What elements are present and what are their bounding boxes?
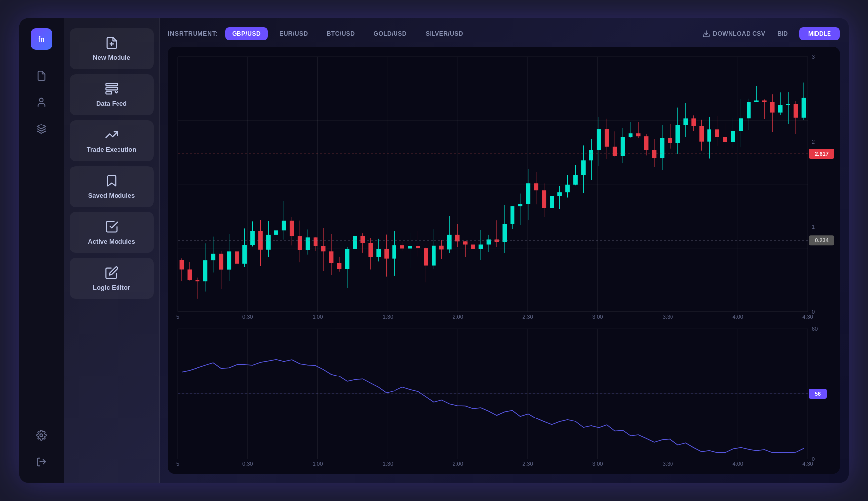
new-module-label: New Module <box>93 54 130 61</box>
toolbar: INSRTRUMENT: GBP/USD EUR/USD BTC/USD GOL… <box>168 27 840 40</box>
menu-item-logic-editor[interactable]: Logic Editor <box>70 258 154 299</box>
chart-container <box>168 47 840 474</box>
bid-button[interactable]: BID <box>770 27 794 40</box>
svg-rect-7 <box>106 88 117 90</box>
menu-item-data-feed[interactable]: Data Feed <box>70 74 154 115</box>
download-icon <box>702 30 710 38</box>
active-modules-label: Active Modules <box>88 238 135 245</box>
instrument-eur-usd[interactable]: EUR/USD <box>273 27 315 40</box>
sidebar-item-logout[interactable] <box>31 451 52 473</box>
menu-item-saved-modules[interactable]: Saved Modules <box>70 166 154 207</box>
instrument-silver-usd[interactable]: SILVER/USD <box>419 27 470 40</box>
trade-execution-icon <box>105 128 118 142</box>
middle-button[interactable]: MIDDLE <box>799 27 840 40</box>
download-csv-label: DOWNLOAD CSV <box>713 30 765 37</box>
data-feed-icon <box>105 82 118 96</box>
svg-rect-6 <box>106 84 117 86</box>
trade-execution-label: Trade Execution <box>87 146 136 153</box>
instrument-gold-usd[interactable]: GOLD/USD <box>367 27 414 40</box>
sidebar-item-layers[interactable] <box>31 118 52 140</box>
main-content: INSRTRUMENT: GBP/USD EUR/USD BTC/USD GOL… <box>160 18 849 483</box>
svg-point-2 <box>40 434 43 437</box>
new-module-icon <box>105 36 118 50</box>
menu-panel: New Module Data Feed Trade Execution <box>64 18 160 483</box>
sidebar-narrow: fn <box>19 18 64 483</box>
svg-marker-1 <box>37 125 46 129</box>
saved-modules-label: Saved Modules <box>88 192 135 199</box>
download-csv-button[interactable]: DOWNLOAD CSV <box>702 30 765 38</box>
sidebar-logo: fn <box>31 28 52 50</box>
menu-item-trade-execution[interactable]: Trade Execution <box>70 120 154 161</box>
logic-editor-icon <box>105 266 118 280</box>
svg-point-0 <box>39 98 43 102</box>
sidebar-item-document[interactable] <box>31 65 52 86</box>
data-feed-label: Data Feed <box>96 100 127 107</box>
app-container: fn <box>19 18 849 483</box>
sidebar-item-settings[interactable] <box>31 424 52 446</box>
menu-item-active-modules[interactable]: Active Modules <box>70 212 154 253</box>
instrument-btc-usd[interactable]: BTC/USD <box>320 27 362 40</box>
menu-item-new-module[interactable]: New Module <box>70 28 154 69</box>
active-modules-icon <box>105 220 118 234</box>
price-chart <box>168 47 840 474</box>
sidebar-item-user[interactable] <box>31 91 52 113</box>
svg-rect-8 <box>106 92 112 94</box>
instrument-label: INSRTRUMENT: <box>168 30 218 37</box>
instrument-gbp-usd[interactable]: GBP/USD <box>225 27 268 40</box>
logic-editor-label: Logic Editor <box>93 284 130 291</box>
saved-modules-icon <box>105 174 118 188</box>
